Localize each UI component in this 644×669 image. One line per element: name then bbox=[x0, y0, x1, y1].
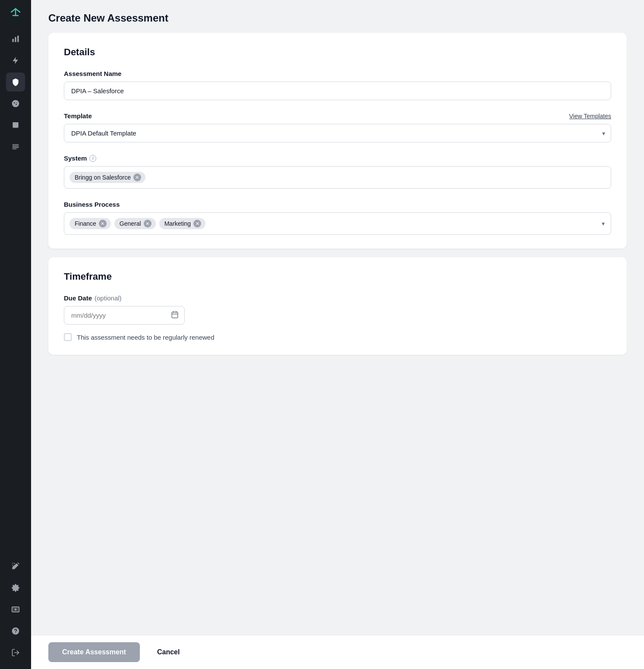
create-assessment-button[interactable]: Create Assessment bbox=[48, 642, 140, 662]
timeframe-card: Timeframe Due Date (optional) bbox=[48, 257, 627, 355]
timeframe-card-title: Timeframe bbox=[64, 271, 611, 282]
logo bbox=[9, 7, 22, 20]
sidebar-item-book[interactable] bbox=[6, 116, 25, 135]
bottom-bar: Create Assessment Cancel bbox=[31, 635, 644, 669]
due-date-label: Due Date (optional) bbox=[64, 294, 122, 302]
template-header: Template View Templates bbox=[64, 112, 611, 120]
due-date-input[interactable] bbox=[64, 306, 185, 325]
view-templates-link[interactable]: View Templates bbox=[569, 113, 611, 120]
sidebar-item-list[interactable] bbox=[6, 137, 25, 156]
svg-point-5 bbox=[16, 104, 17, 105]
page-header: Create New Assessment bbox=[31, 0, 644, 33]
business-process-tag-general: General ✕ bbox=[114, 218, 156, 229]
svg-point-22 bbox=[15, 632, 16, 633]
page-title: Create New Assessment bbox=[48, 12, 627, 24]
sidebar-item-wand[interactable] bbox=[6, 557, 25, 576]
svg-rect-2 bbox=[17, 36, 19, 42]
renewal-label: This assessment needs to be regularly re… bbox=[77, 334, 215, 341]
business-process-tags-input[interactable]: Finance ✕ General ✕ Marketing ✕ ▾ bbox=[64, 212, 611, 235]
renewal-row: This assessment needs to be regularly re… bbox=[64, 333, 611, 341]
system-tag-bringg: Bringg on Salesforce ✕ bbox=[69, 172, 145, 183]
system-tag-bringg-label: Bringg on Salesforce bbox=[75, 174, 131, 181]
business-process-tag-marketing-label: Marketing bbox=[164, 220, 191, 227]
template-value: DPIA Default Template bbox=[71, 129, 136, 137]
business-process-label: Business Process bbox=[64, 201, 120, 208]
assessment-name-input[interactable] bbox=[64, 82, 611, 100]
svg-point-4 bbox=[14, 102, 15, 104]
svg-rect-1 bbox=[15, 37, 16, 42]
template-select[interactable]: DPIA Default Template bbox=[64, 124, 611, 142]
business-process-header: Business Process bbox=[64, 201, 611, 208]
svg-line-13 bbox=[14, 563, 15, 564]
sidebar-item-shield[interactable] bbox=[6, 73, 25, 92]
due-date-field: Due Date (optional) bbox=[64, 294, 611, 341]
due-date-wrapper bbox=[64, 306, 185, 325]
sidebar-item-bolt[interactable] bbox=[6, 51, 25, 70]
template-label: Template bbox=[64, 112, 92, 120]
business-process-tag-general-remove[interactable]: ✕ bbox=[144, 220, 152, 227]
system-header: System i bbox=[64, 155, 611, 162]
system-tags-input[interactable]: Bringg on Salesforce ✕ bbox=[64, 166, 611, 189]
business-process-tag-general-label: General bbox=[120, 220, 141, 227]
assessment-name-header: Assessment Name bbox=[64, 70, 611, 77]
business-process-chevron-icon: ▾ bbox=[602, 220, 605, 227]
business-process-tag-marketing: Marketing ✕ bbox=[159, 218, 205, 229]
assessment-name-field: Assessment Name bbox=[64, 70, 611, 100]
due-date-header: Due Date (optional) bbox=[64, 294, 611, 302]
svg-line-11 bbox=[18, 563, 19, 564]
sidebar-item-chart[interactable] bbox=[6, 29, 25, 48]
details-card: Details Assessment Name Template View Te… bbox=[48, 33, 627, 249]
sidebar-item-cookie[interactable] bbox=[6, 94, 25, 113]
system-info-icon: i bbox=[89, 155, 96, 162]
template-select-wrapper: DPIA Default Template ▾ bbox=[64, 124, 611, 142]
sidebar-item-add[interactable] bbox=[6, 600, 25, 619]
template-field: Template View Templates DPIA Default Tem… bbox=[64, 112, 611, 142]
business-process-field: Business Process Finance ✕ General ✕ Mar… bbox=[64, 201, 611, 235]
system-field: System i Bringg on Salesforce ✕ bbox=[64, 155, 611, 189]
business-process-tag-finance-remove[interactable]: ✕ bbox=[99, 220, 107, 227]
main-content: Create New Assessment Details Assessment… bbox=[31, 0, 644, 669]
sidebar-item-help[interactable] bbox=[6, 622, 25, 641]
svg-rect-0 bbox=[13, 39, 14, 42]
business-process-tag-finance: Finance ✕ bbox=[69, 218, 111, 229]
svg-point-3 bbox=[12, 100, 19, 107]
svg-point-6 bbox=[16, 102, 17, 103]
system-tag-bringg-remove[interactable]: ✕ bbox=[133, 174, 141, 181]
system-label: System i bbox=[64, 155, 96, 162]
sidebar-item-logout[interactable] bbox=[6, 643, 25, 662]
details-card-title: Details bbox=[64, 47, 611, 58]
cancel-button[interactable]: Cancel bbox=[148, 642, 188, 662]
sidebar bbox=[0, 0, 31, 669]
business-process-tag-marketing-remove[interactable]: ✕ bbox=[193, 220, 201, 227]
business-process-tag-finance-label: Finance bbox=[75, 220, 96, 227]
sidebar-item-gear[interactable] bbox=[6, 578, 25, 597]
svg-line-14 bbox=[13, 565, 13, 566]
renewal-checkbox[interactable] bbox=[64, 333, 72, 341]
due-date-optional: (optional) bbox=[95, 294, 122, 302]
content-area: Details Assessment Name Template View Te… bbox=[31, 33, 644, 355]
assessment-name-label: Assessment Name bbox=[64, 70, 121, 77]
